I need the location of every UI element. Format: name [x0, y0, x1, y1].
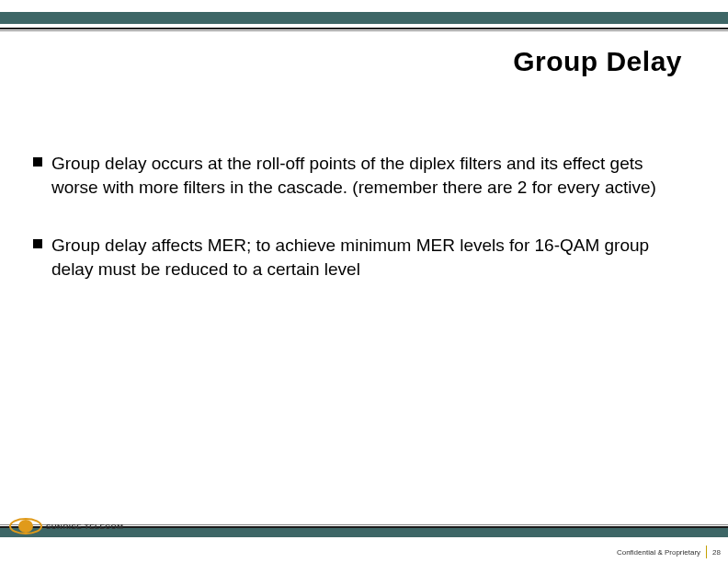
top-rule-dark	[0, 28, 728, 29]
footer-right: Confidential & Proprietary 28	[617, 546, 721, 558]
brand-logo: SUNRISE TELECOM	[9, 517, 123, 535]
list-item: Group delay occurs at the roll-off point…	[33, 152, 682, 199]
bullet-marker-icon	[33, 157, 42, 167]
bullet-text: Group delay affects MER; to achieve mini…	[51, 234, 682, 281]
page-number: 28	[712, 548, 721, 557]
page-title: Group Delay	[513, 46, 682, 77]
confidential-label: Confidential & Proprietary	[617, 548, 700, 557]
sunrise-logo-icon	[9, 517, 42, 535]
top-rule-light	[0, 30, 728, 31]
slide: Group Delay Group delay occurs at the ro…	[0, 0, 728, 563]
content-area: Group delay occurs at the roll-off point…	[33, 152, 682, 316]
list-item: Group delay affects MER; to achieve mini…	[33, 234, 682, 281]
bullet-text: Group delay occurs at the roll-off point…	[51, 152, 682, 199]
top-green-bar	[0, 12, 728, 24]
footer-divider	[706, 546, 707, 558]
svg-point-1	[18, 520, 33, 533]
bullet-marker-icon	[33, 239, 42, 248]
brand-name: SUNRISE TELECOM	[46, 523, 123, 531]
